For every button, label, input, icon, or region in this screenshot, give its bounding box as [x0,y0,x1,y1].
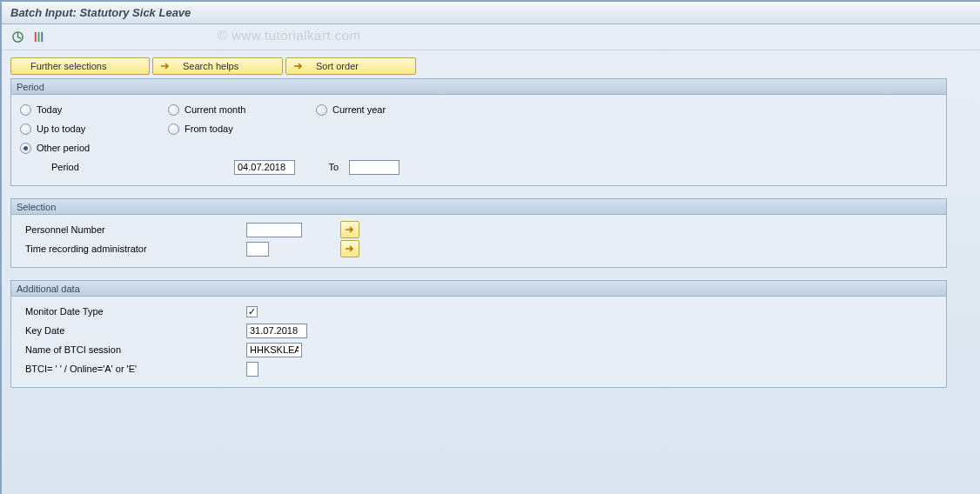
period-label: Period [51,162,79,172]
sort-order-label: Sort order [316,61,359,71]
svg-rect-2 [37,32,39,42]
period-header: Period [11,79,946,95]
monitor-date-type-checkbox[interactable]: ✓ [246,306,258,317]
current-year-label: Current year [332,104,386,115]
sort-order-button[interactable]: Sort order [285,57,416,75]
selection-group: Selection Personnel Number Time recordin… [10,198,947,268]
arrow-right-icon [160,62,171,70]
key-date-input[interactable] [246,324,307,338]
current-month-label: Current month [185,104,245,115]
time-admin-input[interactable] [246,242,269,257]
to-label: To [328,162,339,172]
time-admin-label: Time recording administrator [25,244,147,254]
up-to-today-label: Up to today [37,124,85,134]
action-button-row: Further selections Search helps Sort ord… [10,57,971,75]
search-helps-button[interactable]: Search helps [152,57,283,75]
today-radio[interactable] [20,104,31,116]
svg-rect-1 [34,32,36,42]
up-to-today-radio[interactable] [20,124,31,135]
today-label: Today [37,104,62,115]
personnel-number-input[interactable] [246,223,302,237]
toolbar [2,24,980,50]
current-month-radio[interactable] [168,104,179,116]
svg-rect-3 [41,32,43,42]
from-today-label: From today [185,124,233,134]
from-today-radio[interactable] [168,124,179,135]
btci-mode-label: BTCI= ' ' / Online='A' or 'E' [25,364,137,374]
period-from-input[interactable] [234,160,295,175]
current-year-radio[interactable] [316,104,327,116]
search-helps-label: Search helps [183,61,238,71]
btci-session-label: Name of BTCI session [25,344,121,355]
personnel-number-multiple-button[interactable] [340,221,359,238]
execute-icon[interactable] [9,29,26,46]
btci-mode-input[interactable] [246,362,258,377]
other-period-label: Other period [37,143,90,153]
period-to-input[interactable] [349,160,399,175]
content-area: Further selections Search helps Sort ord… [2,50,980,407]
personnel-number-label: Personnel Number [25,224,105,235]
variants-icon[interactable] [30,29,47,46]
other-period-radio[interactable] [20,143,31,154]
monitor-date-type-label: Monitor Date Type [25,306,104,317]
additional-data-group: Additional data Monitor Date Type ✓ Key … [10,280,947,388]
selection-header: Selection [11,199,946,215]
btci-session-input[interactable] [246,343,302,357]
arrow-right-icon [293,62,304,70]
key-date-label: Key Date [25,325,64,336]
period-group: Period Today Current month Current year [10,78,947,186]
title-bar: Batch Input: Statutory Sick Leave [2,2,980,24]
page-title: Batch Input: Statutory Sick Leave [10,6,191,19]
additional-header: Additional data [11,281,946,297]
further-selections-button[interactable]: Further selections [10,57,150,75]
time-admin-multiple-button[interactable] [340,240,359,257]
further-selections-label: Further selections [30,61,106,71]
